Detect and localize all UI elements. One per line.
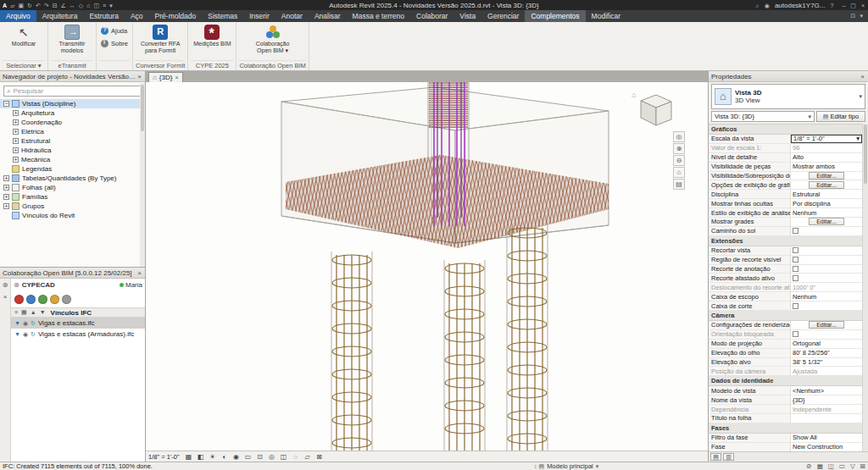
- reveal-hidden-icon[interactable]: ◌: [291, 452, 301, 462]
- list-view-icon[interactable]: ≡: [14, 309, 18, 316]
- ribbon-tab-estrutura[interactable]: Estrutura: [83, 10, 125, 22]
- ribbon-tab-gerenciar[interactable]: Gerenciar: [481, 10, 525, 22]
- ribbon-tab-arquivo[interactable]: Arquivo: [0, 10, 36, 22]
- autodesk-logo[interactable]: A: [3, 1, 7, 10]
- ribbon-tab-analisar[interactable]: Analisar: [309, 10, 347, 22]
- panel-label-conversor-formit[interactable]: Conversor FormIt: [136, 60, 185, 70]
- property-value[interactable]: [791, 227, 862, 235]
- properties-close-icon[interactable]: ×: [860, 73, 865, 80]
- property-value[interactable]: Editar...: [791, 180, 862, 189]
- app-icon-gray[interactable]: [62, 295, 71, 304]
- checkbox[interactable]: [793, 275, 798, 281]
- property-section-camera[interactable]: Câmera: [709, 311, 862, 321]
- ribbon-pin-icon[interactable]: ⊡: [851, 13, 856, 19]
- show-crop-icon[interactable]: ⊡: [255, 452, 265, 462]
- measure-icon[interactable]: ∠: [61, 1, 66, 10]
- ifc-link-vigas-e-estacas-ifc[interactable]: ▼◉↻Vigas e estacas.ifc: [11, 318, 145, 329]
- move-up-icon[interactable]: ▲: [31, 309, 36, 316]
- checkbox[interactable]: [793, 228, 798, 234]
- property-value[interactable]: Nenhum: [791, 292, 862, 301]
- constraints-icon[interactable]: ⊠: [314, 452, 325, 462]
- import-arrow-icon[interactable]: ▼: [14, 331, 20, 337]
- openbim-user[interactable]: Maria: [120, 281, 142, 289]
- ribbon-tab-complementos[interactable]: Complementos: [525, 10, 585, 22]
- dimension-icon[interactable]: ↔: [70, 1, 75, 10]
- editable-only-icon[interactable]: ▭: [839, 462, 845, 470]
- property-value[interactable]: <Nenhum>: [791, 386, 862, 395]
- property-value[interactable]: Ajustada: [791, 367, 862, 375]
- user-icon[interactable]: ◉: [765, 1, 770, 10]
- ribbon-tab-pre-moldado[interactable]: Pré-moldado: [149, 10, 203, 22]
- update-icon[interactable]: ↻: [31, 320, 36, 327]
- property-value[interactable]: Editar...: [791, 218, 862, 226]
- update-icon[interactable]: ↻: [31, 331, 36, 338]
- expand-icon[interactable]: +: [3, 185, 9, 191]
- active-model-indicator[interactable]: ↕▤ Modelo principal ▾: [534, 462, 598, 470]
- customize-toolbar-icon[interactable]: ▾: [109, 1, 113, 10]
- zoom-out-icon[interactable]: ⊖: [673, 155, 685, 166]
- button-transmitir-modelos[interactable]: Transmitir modelos: [51, 23, 93, 53]
- temporary-hide-icon[interactable]: ◫: [279, 452, 289, 462]
- view-cube[interactable]: ⌂: [631, 87, 678, 131]
- checkbox[interactable]: [793, 266, 798, 272]
- tree-item-vinculos-do-revit[interactable]: Vínculos do Revit: [0, 211, 145, 220]
- gear-icon[interactable]: ⊛: [14, 281, 19, 289]
- close-button[interactable]: ×: [861, 1, 865, 10]
- ribbon-display-toggle-icon[interactable]: ▾: [860, 13, 863, 19]
- property-value[interactable]: [791, 274, 862, 282]
- tree-item-tabelas-quantidades-by-type[interactable]: +Tabelas/Quantidades (By Type): [0, 174, 145, 183]
- help-icon[interactable]: ?: [830, 1, 833, 10]
- panel-label-etransmit[interactable]: eTransmit: [51, 60, 93, 70]
- app-icon-green[interactable]: [38, 295, 47, 304]
- scrollbar-thumb[interactable]: [864, 124, 867, 184]
- button-medicoes-bim[interactable]: Medições BIM: [191, 23, 233, 47]
- crop-view-icon[interactable]: ▭: [243, 452, 253, 462]
- properties-scrollbar[interactable]: [862, 124, 868, 451]
- view-tab-close-icon[interactable]: ×: [175, 75, 178, 80]
- element-selector-combo[interactable]: Vista 3D: {3D} ▾: [711, 111, 815, 122]
- shadows-icon[interactable]: ◐: [220, 452, 230, 462]
- tree-item-grupos[interactable]: +Grupos: [0, 202, 145, 211]
- property-value[interactable]: Alto: [791, 153, 862, 162]
- ribbon-tab-inserir[interactable]: Inserir: [243, 10, 275, 22]
- redo-icon[interactable]: ↷: [44, 1, 49, 10]
- expand-icon[interactable]: +: [3, 175, 9, 181]
- openbim-close-icon[interactable]: ×: [136, 269, 142, 277]
- property-value[interactable]: [791, 301, 862, 310]
- edit-button[interactable]: Editar...: [809, 172, 844, 180]
- property-value[interactable]: 1/8" = 1'-0"▾: [791, 135, 862, 143]
- disconnect-icon[interactable]: ×: [3, 293, 8, 301]
- collapse-icon[interactable]: −: [3, 101, 9, 107]
- user-account[interactable]: autodesk1Y7G...: [775, 2, 826, 9]
- tree-item-eletrica[interactable]: +Elétrica: [0, 127, 145, 136]
- property-section-extensoes[interactable]: Extensões: [709, 236, 862, 246]
- select-underlay-icon[interactable]: ▽: [850, 462, 855, 470]
- import-arrow-icon[interactable]: ▼: [14, 320, 20, 326]
- property-value[interactable]: [791, 330, 862, 339]
- rendering-dialog-icon[interactable]: ◉: [231, 452, 242, 462]
- expand-icon[interactable]: +: [13, 147, 19, 153]
- app-icon-blue[interactable]: [26, 295, 36, 304]
- navbar-options-icon[interactable]: ▤: [673, 179, 685, 190]
- tree-item-familias[interactable]: +Famílias: [0, 192, 145, 202]
- ribbon-tab-vista[interactable]: Vista: [453, 10, 481, 22]
- exclude-options-icon[interactable]: ▦: [817, 462, 823, 470]
- tree-item-hidraulica[interactable]: +Hidráulica: [0, 146, 145, 155]
- properties-sort-icon[interactable]: ▥: [723, 453, 734, 461]
- save-icon[interactable]: ▣: [18, 1, 24, 10]
- analytical-model-icon[interactable]: ▱: [303, 452, 313, 462]
- panel-label-colaboracao-open-bim[interactable]: Colaboração Open BIM: [239, 60, 305, 70]
- button-colaboracao-open-bim[interactable]: Colaboração Open BIM ▾: [252, 23, 294, 53]
- expand-icon[interactable]: +: [13, 110, 19, 116]
- lock-3d-view-icon[interactable]: ◎: [267, 452, 277, 462]
- panel-label-cype-2025[interactable]: CYPE 2025: [191, 60, 233, 70]
- property-value[interactable]: New Construction: [791, 443, 862, 451]
- ribbon-tab-arquitetura[interactable]: Arquitetura: [36, 10, 84, 22]
- checkbox[interactable]: [793, 257, 798, 263]
- sun-path-icon[interactable]: ☀: [208, 452, 218, 462]
- press-drag-icon[interactable]: ◫: [828, 462, 834, 470]
- property-value[interactable]: [791, 256, 862, 264]
- visibility-icon[interactable]: ◉: [23, 320, 28, 327]
- section-icon[interactable]: ◫: [93, 1, 99, 10]
- property-value[interactable]: Editar...: [791, 172, 862, 180]
